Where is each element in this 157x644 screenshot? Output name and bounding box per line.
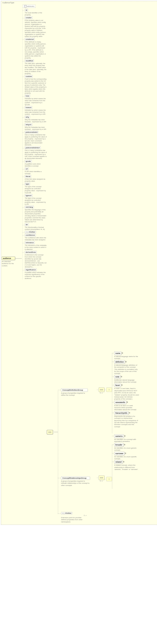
diagram-canvas: AudienceType audience An intended audien… xyxy=(1,1,157,525)
element-name: narrower xyxy=(115,452,123,454)
element-item: remoteInfoA link to an item or a web res… xyxy=(112,400,140,411)
schema-element[interactable]: facet xyxy=(114,384,121,387)
element-item: sameAsAn identifier of a concept with eq… xyxy=(112,434,140,442)
seq-rel-occurs: 0..∞ xyxy=(98,480,104,482)
attribute-box[interactable]: id xyxy=(25,9,28,12)
element-item: facetIn NAR 1.8 and later, facet is depr… xyxy=(112,384,140,400)
attribute-item: derivedfromA reference to the concept fr… xyxy=(23,251,47,268)
group-branch-rel: ConceptRelationshipsGroup A group of pro… xyxy=(58,476,97,486)
attribute-box[interactable]: creator xyxy=(25,16,33,19)
attribute-name: typeuri xyxy=(26,194,32,196)
attribute-box[interactable]: why xyxy=(25,116,30,118)
attribute-desc: Specifies the language of this property … xyxy=(25,209,47,223)
attribute-box[interactable]: whyuri xyxy=(25,123,32,126)
any-suffix: ##other xyxy=(65,512,71,514)
group-branch-def: ConceptDefinitionGroup A group of proper… xyxy=(58,388,97,396)
root-element[interactable]: audience xyxy=(2,256,15,260)
attribute-item: qcodeA qualified code which identifies a… xyxy=(23,160,47,167)
attribute-desc: The type of the concept assigned as cont… xyxy=(25,197,47,205)
attribute-box[interactable]: creatoruri xyxy=(25,38,35,41)
concept-definition-group[interactable]: ConceptDefinitionGroup xyxy=(61,388,88,392)
attribute-box[interactable]: literal xyxy=(25,175,31,178)
schema-element[interactable]: sameAs xyxy=(114,434,124,438)
seq-def-occurs: 0..∞ xyxy=(98,392,104,394)
any-element[interactable]: any:##other xyxy=(61,512,72,514)
attribute-box[interactable]: typeuri xyxy=(25,194,33,197)
attribute-desc: If set to true the corresponding propert… xyxy=(25,78,47,94)
attribute-desc: The confidence with which the metadata h… xyxy=(25,237,47,241)
schema-element[interactable]: note xyxy=(114,375,120,378)
any-desc: Extension point for provider-defined pro… xyxy=(61,516,87,523)
attribute-box[interactable]: uri xyxy=(25,168,29,170)
attribute-desc: If the attribute is empty, specifies whi… xyxy=(25,41,47,59)
attribute-box[interactable]: dir xyxy=(25,223,29,226)
attribute-box[interactable]: type xyxy=(25,182,30,186)
concept-relationships-group[interactable]: ConceptRelationshipsGroup xyxy=(61,476,90,480)
attribute-box[interactable]: qcode xyxy=(25,160,32,163)
attribute-box[interactable]: howuri xyxy=(25,106,32,109)
attribute-box[interactable]: custom xyxy=(25,75,33,78)
element-desc: A link to an item or a web resource whic… xyxy=(114,404,139,411)
element-name: facet xyxy=(115,384,120,386)
attribute-item: modifiedThe date (and, optionally, the t… xyxy=(23,59,47,74)
attribute-name: pubconstrainturi xyxy=(26,147,40,149)
attribute-box[interactable]: pubconstrainturi xyxy=(25,146,41,149)
attribute-box[interactable]: xml:lang xyxy=(25,206,34,208)
attribute-item: xml:langSpecifies the language of this p… xyxy=(23,206,47,223)
attribute-desc: A free-text value assigned as property v… xyxy=(25,178,47,182)
element-item: hierarchyInfoRepresents the position of … xyxy=(112,411,140,428)
element-desc: A related concept, where the relationshi… xyxy=(114,464,139,470)
attribute-item: howuriIndicates by which means the value… xyxy=(23,106,47,115)
schema-element[interactable]: definition xyxy=(114,360,125,364)
element-desc: An identifier of a concept with equivale… xyxy=(114,438,139,442)
attribute-name: why xyxy=(26,116,29,118)
attribute-item: creatoruriIf the attribute is empty, spe… xyxy=(23,38,47,59)
attribute-box[interactable]: significance xyxy=(25,268,37,271)
attribute-item: whyuriWhy the metadata has been included… xyxy=(23,123,47,130)
attribute-name: qcode xyxy=(26,160,31,162)
element-name: hierarchyInfo xyxy=(115,412,127,414)
minus-icon[interactable]: − xyxy=(24,5,27,7)
group-rel-desc: A group of properties required to indica… xyxy=(61,480,90,486)
schema-element[interactable]: hierarchyInfo xyxy=(114,411,128,415)
attribute-name: derivedfrom xyxy=(26,251,36,253)
element-name: definition xyxy=(115,361,124,363)
schema-element[interactable]: broader xyxy=(114,443,124,446)
any-attr-suffix: ##other xyxy=(29,231,35,233)
schema-element[interactable]: narrower xyxy=(114,452,124,455)
attribute-desc: Why the metadata has been included - exp… xyxy=(25,126,47,130)
attribute-desc: Indicates by which means the value was e… xyxy=(25,98,47,106)
attribute-item: creatorIf the property value is not defi… xyxy=(23,16,47,37)
attribute-box[interactable]: pubconstraint xyxy=(25,131,38,134)
attributes-group[interactable]: − attributes xyxy=(23,5,35,8)
group-rel-name: ConceptRelationshipsGroup xyxy=(62,477,89,479)
attribute-box[interactable]: confidence xyxy=(25,234,36,236)
attribute-desc: A URI which identifies a concept. xyxy=(25,170,47,174)
element-item: broaderAn identifier of a more generic c… xyxy=(112,443,140,451)
attribute-item: significanceA qualifier which indicates … xyxy=(23,268,47,280)
attribute-box[interactable]: derivedfrom xyxy=(25,251,37,254)
schema-element[interactable]: related xyxy=(114,460,123,464)
attribute-name: creatoruri xyxy=(26,38,34,40)
attribute-box[interactable]: how xyxy=(25,94,30,97)
element-item: nameA natural language name for the conc… xyxy=(112,352,140,360)
element-desc: Represents the position of a concept in … xyxy=(114,415,139,428)
attribute-item: idThe local identifier of the property. xyxy=(23,9,47,16)
element-desc: In NAR 1.8 and later, facet is deprecate… xyxy=(114,388,139,400)
attribute-desc: Indicates by which means the value was e… xyxy=(25,109,47,115)
attribute-name: literal xyxy=(26,176,30,178)
any-attribute[interactable]: any:##other xyxy=(25,231,36,233)
any-prefix: any: xyxy=(62,512,65,514)
element-name: remoteInfo xyxy=(115,401,125,404)
schema-element[interactable]: remoteInfo xyxy=(114,400,126,404)
attribute-item: howIndicates by which means the value wa… xyxy=(23,94,47,106)
attribute-item: typeuriThe type of the concept assigned … xyxy=(23,194,47,205)
attribute-item: typeThe type of the concept assigned as … xyxy=(23,182,47,194)
attribute-desc: A qualified code which identifies a conc… xyxy=(25,163,47,167)
attribute-box[interactable]: modified xyxy=(25,59,34,62)
attributes-label: attributes xyxy=(27,5,34,7)
attribute-box[interactable]: relevance xyxy=(25,241,35,244)
schema-element[interactable]: name xyxy=(114,352,121,355)
attribute-item: whyWhy the metadata has been included - … xyxy=(23,116,47,123)
attribute-item: uriA URI which identifies a concept. xyxy=(23,168,47,174)
